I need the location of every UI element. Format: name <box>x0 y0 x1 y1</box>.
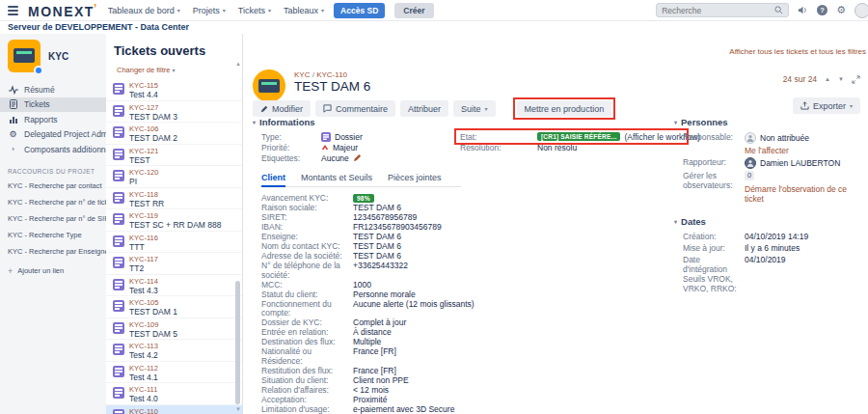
breadcrumb-key-link[interactable]: KYC-110 <box>316 70 347 79</box>
unassigned-avatar-icon <box>745 132 756 144</box>
ticket-key: KYC-105 <box>129 298 232 307</box>
more-actions-button[interactable]: Suite ▾ <box>453 100 496 117</box>
scroll-up-icon[interactable]: ▲ <box>235 61 241 67</box>
chevron-down-icon: ▾ <box>177 7 180 14</box>
ticket-list-item[interactable]: KYC-121TEST <box>106 145 242 167</box>
ticket-list-item[interactable]: KYC-119TEST SC + RR DAM 888 <box>106 209 242 232</box>
sidebar-item-composants-additionnels[interactable]: ›Composants additionnels <box>0 142 106 157</box>
tab-montants-et-seuils[interactable]: Montants et Seuils <box>301 173 372 186</box>
nav-menu-tickets[interactable]: Tickets▾ <box>238 6 271 15</box>
ticket-list-scrollbar[interactable]: ▲ ▼ <box>234 61 241 412</box>
help-icon[interactable]: ? <box>817 5 827 15</box>
chevron-down-icon: ▾ <box>850 102 853 109</box>
ticket-list-item[interactable]: KYC-113Test 4.2 <box>106 340 242 362</box>
people-section-title[interactable]: ▾ Personnes <box>674 117 868 127</box>
nav-menu-label: Tableaux <box>284 6 318 15</box>
ticket-list-item[interactable]: KYC-114Test 4.3 <box>106 275 242 297</box>
assign-to-me-link[interactable]: Me l'affecter <box>745 146 789 155</box>
edit-button[interactable]: Modifier <box>253 100 311 117</box>
project-name: KYC <box>48 51 68 62</box>
field-row: SIRET:12345678956789 <box>261 213 677 223</box>
ticket-list-item[interactable]: KYC-106TEST DAM 2 <box>106 123 242 145</box>
sidebar-item-delegated-project-admin[interactable]: ⚙Delegated Project Admin <box>0 127 106 143</box>
expand-icon[interactable] <box>852 75 860 84</box>
comment-button[interactable]: Commentaire <box>315 100 395 117</box>
project-shortcut-link[interactable]: KYC - Recherche par n° de ticket <box>0 194 106 210</box>
feedback-megaphone-icon[interactable] <box>798 5 808 15</box>
hamburger-menu-icon[interactable] <box>8 6 18 15</box>
project-header[interactable]: KYC <box>0 40 106 72</box>
workflow-action-button[interactable]: Mettre en production <box>517 100 612 117</box>
project-shortcut-link[interactable]: KYC - Recherche Type <box>0 227 106 243</box>
ticket-list-item[interactable]: KYC-116TTT <box>106 232 242 254</box>
nav-menu-label: Projets <box>193 6 220 15</box>
ticket-list-item[interactable]: KYC-117TT2 <box>106 253 242 275</box>
ticket-summary: TT2 <box>129 263 232 273</box>
ticket-key: KYC-116 <box>129 234 232 242</box>
project-shortcut-link[interactable]: KYC - Recherche par Enseigne <box>0 243 106 260</box>
ticket-list-item[interactable]: KYC-111Test 4.0 <box>106 383 242 405</box>
ticket-key: KYC-110 <box>129 407 232 414</box>
field-label: MCC: <box>261 281 353 290</box>
field-label: Fonctionnement du compte: <box>261 300 353 318</box>
project-shortcut-link[interactable]: KYC - Recherche par contact <box>0 178 106 194</box>
nav-menu-label: Tickets <box>238 6 265 15</box>
pager: 24 sur 24 ▲ ▼ <box>783 74 860 84</box>
ticket-list-item[interactable]: KYC-112Test 4.1 <box>106 362 242 384</box>
field-label: Relation d'affaires: <box>261 386 353 396</box>
priority-major-icon <box>321 144 329 152</box>
collapse-icon: ▾ <box>674 119 677 125</box>
nav-menu-tableaux[interactable]: Tableaux▾ <box>284 6 324 15</box>
nav-menu-tableaux-de-bord[interactable]: Tableaux de bord▾ <box>108 6 180 15</box>
ticket-list-item[interactable]: KYC-110TEST DAM 6 <box>106 405 242 414</box>
settings-gear-icon[interactable]: ⚙ <box>836 5 846 15</box>
search-input[interactable] <box>662 6 771 15</box>
acces-sd-button[interactable]: Accès SD <box>334 3 385 18</box>
assign-button[interactable]: Attribuer <box>400 100 448 117</box>
change-filter-link[interactable]: Changer de filtre ▾ <box>117 66 176 74</box>
comment-icon <box>323 104 332 113</box>
search-box[interactable] <box>656 3 789 17</box>
field-value: e-paiement avec 3D Secure <box>353 405 454 414</box>
field-row: Relation d'affaires:< 12 mois <box>261 386 677 396</box>
tab-pi-ces-jointes[interactable]: Pièces jointes <box>388 173 442 186</box>
issue-type-icon <box>113 126 124 138</box>
watch-ticket-link[interactable]: Démarre l'observation de ce ticket <box>745 184 868 204</box>
field-label: Statut du client: <box>261 290 353 300</box>
ticket-list-item[interactable]: KYC-127TEST DAM 3 <box>106 101 242 124</box>
dates-section-title[interactable]: ▾ Dates <box>674 216 868 227</box>
project-shortcut-link[interactable]: KYC - Recherche par n° de SIRET <box>0 210 106 227</box>
edit-labels-pencil-icon[interactable] <box>353 153 362 162</box>
ticket-list-item[interactable]: KYC-115Test 4.4 <box>106 79 242 101</box>
nav-menu-projets[interactable]: Projets▾ <box>193 6 226 15</box>
ticket-list-item[interactable]: KYC-120PI <box>106 166 242 188</box>
field-label: Situation du client: <box>261 376 353 386</box>
user-avatar[interactable] <box>854 3 868 18</box>
ticket-list-item[interactable]: KYC-118TEST RR <box>106 188 242 210</box>
progress-badge: 98% <box>353 194 374 203</box>
scroll-down-icon[interactable]: ▼ <box>235 406 241 412</box>
add-link-button[interactable]: + Ajouter un lien <box>0 260 106 276</box>
sidebar-item-tickets[interactable]: Tickets <box>0 97 106 113</box>
informations-grid: Type: Dossier Priorité: Majeur Etiquette… <box>253 131 677 163</box>
previous-ticket-icon[interactable]: ▲ <box>825 76 830 82</box>
next-ticket-icon[interactable]: ▼ <box>838 76 844 82</box>
ticket-list-item[interactable]: KYC-109TEST DAM 5 <box>106 318 242 341</box>
scrollbar-thumb[interactable] <box>235 281 240 404</box>
tab-client[interactable]: Client <box>261 173 285 187</box>
export-button[interactable]: Exporter ▾ <box>793 97 860 114</box>
breadcrumb-project-link[interactable]: KYC <box>294 70 310 79</box>
show-all-tickets-link[interactable]: Afficher tous les tickets et tous les fi… <box>729 47 866 56</box>
field-value: Proximité <box>353 396 387 405</box>
ticket-summary: Test 4.3 <box>129 286 232 295</box>
monext-logo[interactable]: MONEXT’ <box>28 0 98 22</box>
issue-type-icon <box>113 105 124 117</box>
project-avatar <box>8 40 41 72</box>
sidebar-item-rapports[interactable]: Rapports <box>0 112 106 127</box>
informations-section-title[interactable]: ▾ Informations <box>253 117 677 127</box>
create-button[interactable]: Créer <box>394 3 433 18</box>
sidebar-item-label: Rapports <box>24 115 58 124</box>
sidebar-item-r-sum-[interactable]: Résumé <box>0 82 106 97</box>
ticket-summary: TEST RR <box>129 199 232 208</box>
ticket-list-item[interactable]: KYC-105TEST DAM 1 <box>106 296 242 318</box>
